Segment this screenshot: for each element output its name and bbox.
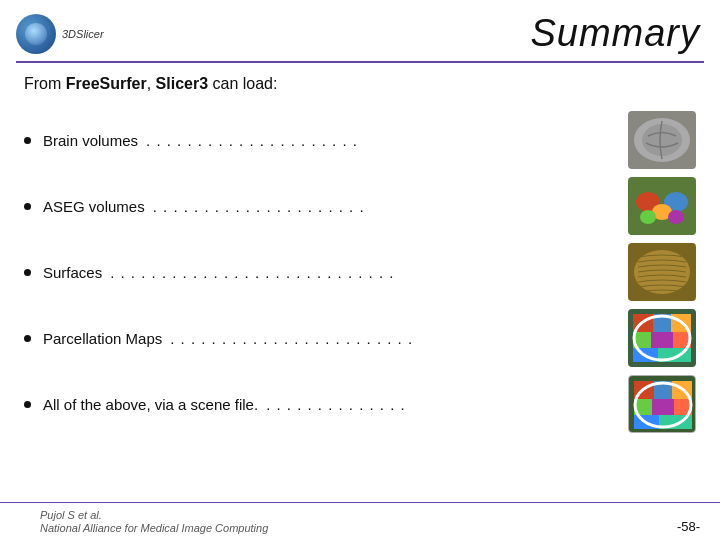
bullet-left: Parcellation Maps . . . . . . . . . . . … — [24, 330, 628, 347]
bullet-dot — [24, 401, 31, 408]
subtitle-slicer3: Slicer3 — [156, 75, 208, 92]
bullet-dot — [24, 269, 31, 276]
bullet-text: ASEG volumes — [43, 198, 145, 215]
footer: Pujol S et al. National Alliance for Med… — [0, 502, 720, 540]
header: 3DSlicer Summary — [0, 0, 720, 61]
subtitle: From FreeSurfer, Slicer3 can load: — [24, 75, 696, 93]
brain-image — [628, 375, 696, 433]
brain-image — [628, 243, 696, 301]
logo-inner-circle — [25, 23, 47, 45]
bullet-dot — [24, 335, 31, 342]
subtitle-suffix: can load: — [208, 75, 277, 92]
logo-icon — [16, 14, 56, 54]
svg-rect-16 — [651, 332, 673, 348]
svg-point-7 — [640, 210, 656, 224]
logo-text: 3DSlicer — [62, 28, 104, 40]
svg-point-2 — [642, 124, 682, 156]
header-divider — [16, 61, 704, 63]
bullet-left: All of the above, via a scene file. . . … — [24, 396, 628, 413]
logo-area: 3DSlicer — [16, 14, 104, 54]
subtitle-prefix: From — [24, 75, 66, 92]
bullet-left: ASEG volumes . . . . . . . . . . . . . .… — [24, 198, 628, 215]
page-title: Summary — [530, 12, 700, 55]
svg-rect-26 — [652, 399, 674, 415]
bullet-dots: . . . . . . . . . . . . . . . . . . . . … — [153, 198, 628, 215]
list-item: All of the above, via a scene file. . . … — [24, 371, 696, 437]
bullet-list: Brain volumes . . . . . . . . . . . . . … — [24, 107, 696, 437]
list-item: ASEG volumes . . . . . . . . . . . . . .… — [24, 173, 696, 239]
subtitle-freesurfer: FreeSurfer — [66, 75, 147, 92]
bullet-text: Brain volumes — [43, 132, 138, 149]
bullet-left: Surfaces . . . . . . . . . . . . . . . .… — [24, 264, 628, 281]
subtitle-comma: , — [147, 75, 156, 92]
footer-author: Pujol S et al. — [40, 509, 268, 521]
page-number: -58- — [677, 519, 700, 534]
brain-image — [628, 309, 696, 367]
footer-institution: National Alliance for Medical Image Comp… — [40, 522, 268, 534]
bullet-dots: . . . . . . . . . . . . . . . . . . . . … — [110, 264, 628, 281]
list-item: Parcellation Maps . . . . . . . . . . . … — [24, 305, 696, 371]
bullet-dots: . . . . . . . . . . . . . . . . . . . . … — [146, 132, 628, 149]
bullet-text: Parcellation Maps — [43, 330, 162, 347]
brain-image — [628, 177, 696, 235]
footer-left: Pujol S et al. National Alliance for Med… — [40, 509, 268, 534]
svg-point-8 — [668, 210, 684, 224]
bullet-text: Surfaces — [43, 264, 102, 281]
bullet-dot — [24, 203, 31, 210]
bullet-dots: . . . . . . . . . . . . . . . . . . . . … — [170, 330, 628, 347]
list-item: Brain volumes . . . . . . . . . . . . . … — [24, 107, 696, 173]
bullet-text: All of the above, via a scene file. — [43, 396, 258, 413]
list-item: Surfaces . . . . . . . . . . . . . . . .… — [24, 239, 696, 305]
bullet-left: Brain volumes . . . . . . . . . . . . . … — [24, 132, 628, 149]
bullet-dot — [24, 137, 31, 144]
main-content: From FreeSurfer, Slicer3 can load: Brain… — [0, 75, 720, 437]
bullet-dots: . . . . . . . . . . . . . . — [266, 396, 628, 413]
brain-image — [628, 111, 696, 169]
